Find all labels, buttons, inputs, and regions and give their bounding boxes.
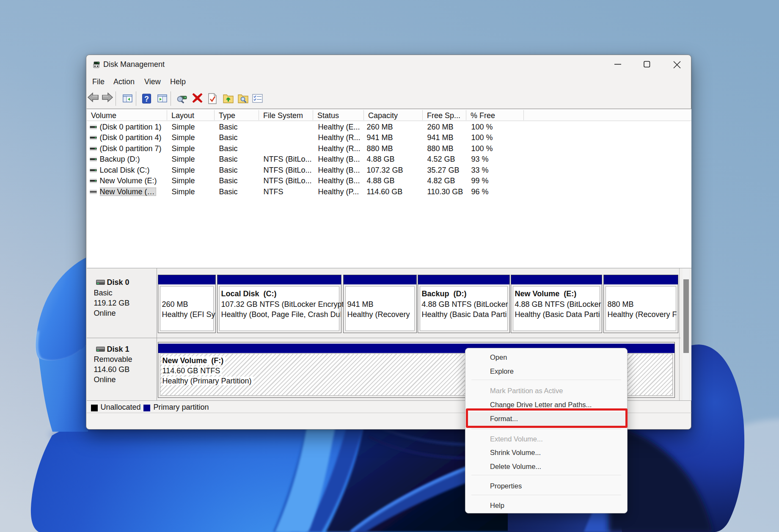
svg-text:?: ? xyxy=(144,95,149,103)
